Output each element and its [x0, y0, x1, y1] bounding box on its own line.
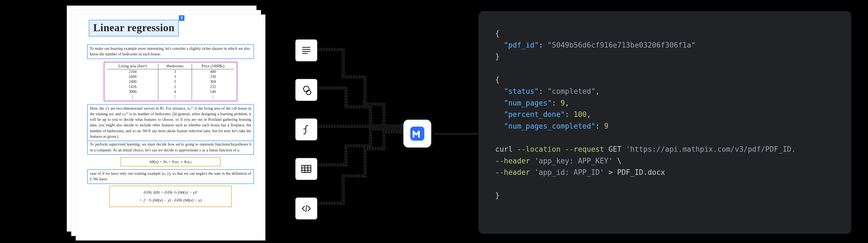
molecule-icon [295, 79, 318, 101]
equation-2b: = 2 · ½ (hθ(x) − y) · ∂/∂θⱼ (hθ(x) − y) [113, 196, 228, 204]
table-row: 21043400 [107, 69, 234, 74]
table-row: 16003330 [107, 74, 234, 79]
intro-paragraph: To make our housing example more interes… [87, 44, 254, 59]
paragraph-4: case of if we have only one training exa… [87, 169, 254, 184]
content-type-column [295, 39, 318, 220]
mathpix-logo [403, 120, 431, 148]
pdf-id-value: 5049b56d6cf916e713be03206f306f1a [552, 41, 691, 49]
table-row: 14162232 [107, 84, 234, 89]
paragraph-2: Here, the x's are two-dimensional vector… [87, 104, 254, 142]
sheet-front: Linear regression T To make our housing … [76, 14, 266, 241]
table-icon [295, 157, 318, 180]
status-value: completed [552, 87, 591, 95]
svg-rect-6 [302, 165, 311, 173]
out-file: PDF_ID.docx [617, 168, 665, 177]
curl-url: 'https://api.mathpix.com/v3/pdf/PDF_ID. [626, 145, 796, 153]
curl-cmd: curl [495, 145, 513, 153]
logo-to-output-line [434, 133, 478, 135]
diagram-stage: Linear regression T To make our housing … [0, 0, 868, 243]
http-method: GET [609, 145, 621, 153]
doc-title-box: Linear regression T [89, 20, 179, 36]
flag-header2: --header [495, 168, 530, 177]
header2-value: 'app_id: APP_ID' [534, 168, 604, 177]
flag-header1: --header [495, 157, 530, 165]
document-stack: Linear regression T To make our housing … [67, 6, 261, 242]
equation-2a: ∂/∂θⱼ J(θ) = ∂/∂θⱼ ½ (hθ(x) − y)² [113, 188, 228, 196]
function-icon [295, 118, 318, 141]
svg-marker-5 [306, 90, 311, 95]
table-row: ⋮⋮⋮ [107, 94, 234, 100]
percent-done-value: 100 [574, 110, 587, 119]
header1-value: 'app_key: APP_KEY' [534, 157, 613, 165]
num-pages-value: 9 [561, 99, 565, 107]
text-icon [295, 39, 318, 62]
flag-location: --location [517, 145, 561, 153]
table-row: 30004540 [107, 89, 234, 94]
table-row: 24003369 [107, 79, 234, 84]
equation-1: hθ(x) = θ₀ + θ₁x₁ + θ₂x₂ [121, 157, 221, 166]
data-table: Living area (feet²) #bedrooms Price (100… [107, 63, 234, 100]
th-price: Price (1000$s) [192, 63, 234, 69]
flag-request: --request [565, 145, 604, 153]
th-bedrooms: #bedrooms [158, 63, 192, 69]
th-living: Living area (feet²) [107, 63, 158, 69]
paragraph-3: To perform supervised learning, we must … [87, 141, 254, 155]
equation-2: ∂/∂θⱼ J(θ) = ∂/∂θⱼ ½ (hθ(x) − y)² = 2 · … [109, 186, 232, 207]
data-table-box: Living area (feet²) #bedrooms Price (100… [104, 62, 237, 101]
code-icon [295, 197, 318, 220]
line-continuation: \ [617, 157, 621, 165]
num-pages-completed-value: 9 [604, 122, 609, 130]
api-output-panel: { "pdf_id": "5049b56d6cf916e713be03206f3… [478, 11, 851, 234]
doc-title: Linear regression [93, 22, 175, 33]
title-badge: T [179, 15, 184, 21]
svg-line-11 [306, 205, 307, 212]
redirect-op: > [609, 168, 613, 177]
